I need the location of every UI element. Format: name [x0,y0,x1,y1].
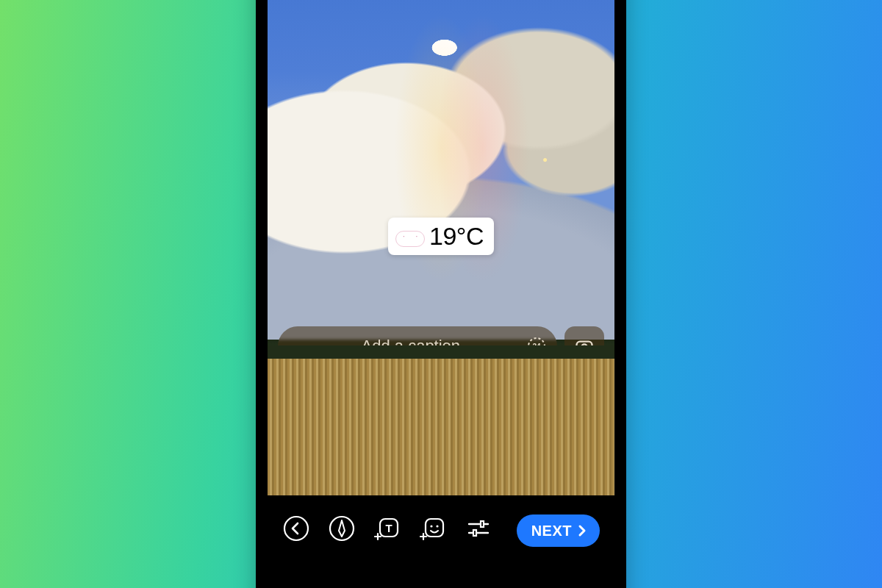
svg-rect-2 [577,342,592,353]
svg-rect-9 [426,519,443,537]
svg-point-3 [581,344,587,349]
phone-frame: 19°C Add a caption... 24 [256,0,626,588]
story-photo[interactable]: 19°C Add a caption... 24 [268,0,614,514]
back-button[interactable] [282,514,310,542]
next-label: NEXT [531,523,572,539]
tuning-icon [465,514,492,542]
svg-rect-13 [473,530,476,536]
svg-point-10 [430,525,432,527]
camera-button[interactable] [564,326,604,366]
svg-text:24: 24 [532,343,541,351]
svg-text:T: T [385,522,392,534]
draw-tool[interactable] [328,514,356,542]
svg-point-0 [528,338,545,354]
caption-placeholder: Add a caption... [362,337,474,356]
text-add-icon: T [373,514,401,542]
svg-point-11 [436,525,438,527]
timer-24-icon[interactable]: 24 [526,336,547,356]
add-sticker-tool[interactable] [419,514,447,542]
svg-point-5 [284,517,308,540]
add-text-tool[interactable]: T [373,514,401,542]
gradient-background: 19°C Add a caption... 24 [0,0,882,588]
temperature-text: 19°C [429,222,484,251]
weather-sticker[interactable]: 19°C [388,218,494,255]
caption-row: Add a caption... 24 [278,326,604,366]
pen-circle-icon [328,514,356,542]
svg-rect-12 [481,521,484,527]
phone-screen: 19°C Add a caption... 24 [268,0,614,588]
camera-icon [574,336,595,356]
chevron-right-icon [575,523,589,538]
caption-input[interactable]: Add a caption... 24 [278,326,557,366]
adjust-tool[interactable] [465,514,492,542]
chevron-left-circle-icon [282,514,310,542]
bottom-toolbar: T [268,495,614,588]
next-button[interactable]: NEXT [517,514,600,547]
sticker-add-icon [419,514,447,542]
cute-cloud-icon [394,226,425,247]
